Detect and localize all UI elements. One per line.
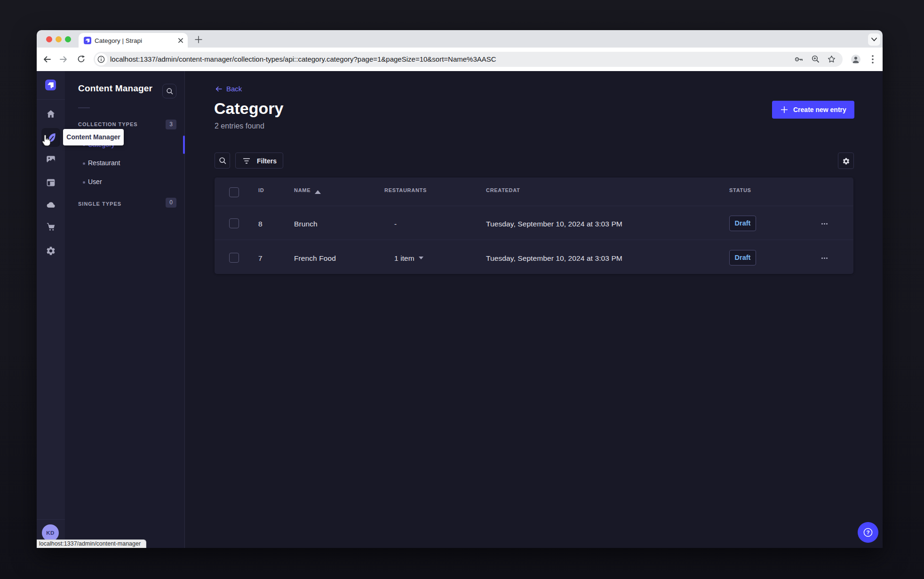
- svg-text:?: ?: [866, 530, 869, 535]
